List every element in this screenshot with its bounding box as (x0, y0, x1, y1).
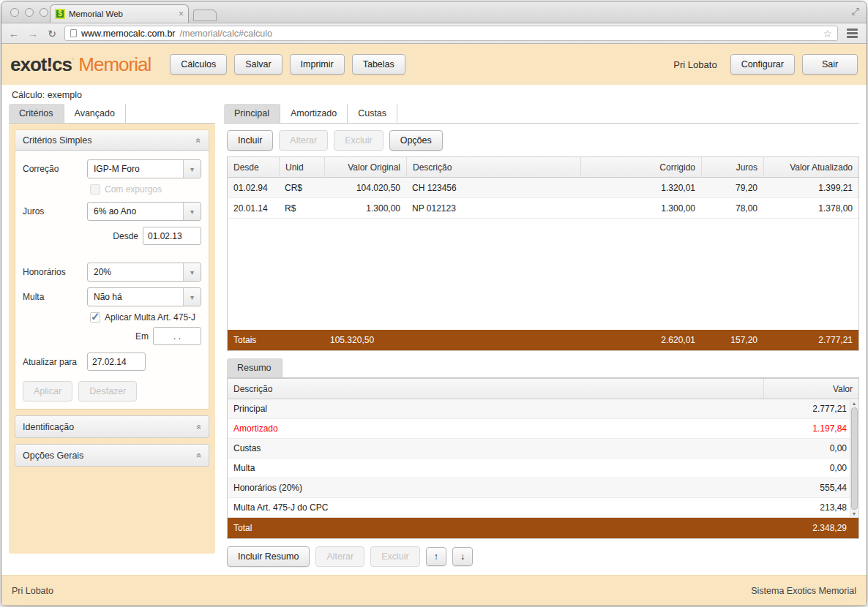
collapse-icon[interactable]: « (194, 137, 204, 143)
expand-icon[interactable]: » (194, 453, 204, 458)
com-expurgos-row: Com expurgos (90, 184, 201, 195)
list-item[interactable]: Amortizado 1.197,84 (228, 419, 858, 439)
chevron-down-icon[interactable]: ▾ (183, 203, 201, 220)
totals-valor-original: 105.320,50 (324, 330, 406, 350)
criterios-simples-header[interactable]: Critérios Simples « (15, 130, 209, 151)
em-input[interactable] (153, 327, 201, 345)
scroll-up-icon[interactable]: ▲ (852, 401, 857, 406)
chevron-down-icon[interactable]: ▾ (183, 263, 201, 281)
incluir-button[interactable]: Incluir (227, 130, 273, 151)
excluir-button[interactable]: Excluir (334, 130, 384, 151)
imprimir-button[interactable]: Imprimir (290, 54, 345, 75)
bookmark-star-icon[interactable]: ☆ (823, 28, 832, 39)
page-icon (70, 29, 77, 37)
com-expurgos-checkbox[interactable] (90, 184, 100, 195)
app-header: exot!cs· Memorial Cálculos Salvar Imprim… (1, 44, 867, 85)
resumo-table: Descrição Valor Principal 2.777,21 Amort… (227, 378, 859, 539)
chrome-menu-icon[interactable] (844, 27, 861, 39)
opcoes-button[interactable]: Opções (389, 130, 443, 151)
tab-resumo[interactable]: Resumo (227, 358, 283, 377)
calculos-button[interactable]: Cálculos (170, 54, 227, 75)
table-row[interactable]: 20.01.14 R$ 1.300,00 NP 012123 1.300,00 … (228, 198, 858, 219)
multa-label: Multa (23, 292, 87, 302)
aplicar-multa-checkbox[interactable] (90, 312, 100, 323)
totals-valor-atualizado: 2.777,21 (763, 330, 858, 350)
calculation-column: Principal Amortizado Custas Incluir Alte… (224, 104, 859, 575)
excluir-resumo-button[interactable]: Excluir (370, 546, 420, 567)
alterar-resumo-button[interactable]: Alterar (315, 546, 364, 567)
tab-principal[interactable]: Principal (224, 104, 280, 123)
list-item[interactable]: Honorários (20%) 555,44 (228, 478, 858, 498)
atualizar-para-label: Atualizar para (23, 357, 87, 367)
alterar-button[interactable]: Alterar (279, 130, 328, 151)
browser-toolbar: ← → ↻ www.memocalc.com.br/memorial/calc#… (1, 23, 867, 44)
multa-select[interactable]: Não há ▾ (87, 287, 201, 306)
incluir-resumo-button[interactable]: Incluir Resumo (227, 546, 310, 567)
com-expurgos-label: Com expurgos (105, 184, 162, 195)
tab-custas[interactable]: Custas (348, 104, 397, 123)
list-item[interactable]: Custas 0,00 (228, 439, 858, 459)
resumo-tabs: Resumo (227, 358, 859, 378)
footer-system-name: Sistema Exotics Memorial (751, 586, 856, 596)
opcoes-gerais-accordion[interactable]: Opções Gerais » (15, 444, 209, 467)
aplicar-multa-row: Aplicar Multa Art. 475-J (90, 312, 201, 323)
em-label: Em (135, 331, 149, 342)
up-arrow-icon: ↑ (434, 551, 438, 562)
move-up-button[interactable]: ↑ (426, 547, 446, 566)
resumo-toolbar: Incluir Resumo Alterar Excluir ↑ ↓ (227, 546, 859, 567)
back-icon[interactable]: ← (7, 28, 20, 39)
chevron-down-icon[interactable]: ▾ (183, 288, 201, 306)
table-empty-area (228, 219, 858, 330)
tab-avancado[interactable]: Avançado (64, 104, 126, 123)
footer-user: Pri Lobato (12, 586, 53, 596)
tab-criterios[interactable]: Critérios (9, 104, 64, 123)
fullscreen-icon[interactable]: ⤢ (852, 6, 859, 18)
refresh-icon[interactable]: ↻ (45, 28, 59, 39)
tabelas-button[interactable]: Tabelas (352, 54, 405, 75)
aplicar-button[interactable]: Aplicar (23, 381, 72, 401)
juros-select[interactable]: 6% ao Ano ▾ (87, 202, 201, 221)
principal-totals-row: Totais 105.320,50 2.620,01 157,20 2.777,… (228, 330, 858, 350)
identificacao-accordion[interactable]: Identificação » (15, 415, 209, 438)
address-bar[interactable]: www.memocalc.com.br/memorial/calc#calcul… (64, 26, 838, 41)
list-item[interactable]: Multa Art. 475-J do CPC 213,48 (228, 498, 858, 518)
configurar-button[interactable]: Configurar (730, 54, 795, 75)
table-row[interactable]: 01.02.94 CR$ 104.020,50 CH 123456 1.320,… (228, 178, 858, 198)
logo-exotics: exot!cs (10, 53, 72, 75)
tab-close-icon[interactable]: × (179, 9, 184, 19)
browser-tab[interactable]: $ Memorial Web × (50, 4, 189, 23)
resumo-total-row: Total 2.348,29 (228, 518, 858, 538)
minimize-window-icon[interactable] (25, 8, 34, 17)
tab-amortizado[interactable]: Amortizado (280, 104, 348, 123)
move-down-button[interactable]: ↓ (452, 547, 473, 566)
down-arrow-icon: ↓ (460, 551, 465, 562)
desfazer-button[interactable]: Desfazer (78, 381, 137, 401)
principal-table-header: Desde Unid Valor Original Descrição Corr… (228, 157, 858, 178)
criteria-panel-container: Critérios Simples « Correção IGP-M Foro … (9, 124, 215, 554)
scrollbar-thumb[interactable] (851, 407, 858, 510)
salvar-button[interactable]: Salvar (234, 54, 282, 75)
forward-icon[interactable]: → (26, 28, 40, 39)
desde-input[interactable] (143, 227, 201, 245)
scroll-down-icon[interactable]: ▼ (852, 511, 857, 516)
traffic-lights[interactable] (10, 8, 48, 17)
content-area: Critérios Avançado Critérios Simples « C… (1, 104, 867, 575)
atualizar-para-input[interactable] (87, 352, 146, 371)
close-window-icon[interactable] (10, 8, 19, 17)
app-logo: exot!cs· Memorial (10, 53, 151, 76)
resumo-scrollbar[interactable]: ▲ ▼ (850, 400, 858, 517)
list-item[interactable]: Principal 2.777,21 (228, 399, 858, 419)
zoom-window-icon[interactable] (40, 8, 48, 17)
criterios-simples-body: Correção IGP-M Foro ▾ Com expurgos (15, 151, 209, 409)
criterios-simples-title: Critérios Simples (23, 135, 91, 146)
sair-button[interactable]: Sair (802, 54, 858, 75)
honorarios-select[interactable]: 20% ▾ (87, 263, 201, 282)
new-tab-button[interactable] (193, 10, 217, 21)
correcao-select[interactable]: IGP-M Foro ▾ (87, 159, 201, 178)
chevron-down-icon[interactable]: ▾ (183, 160, 201, 178)
memorial-app: exot!cs· Memorial Cálculos Salvar Imprim… (1, 44, 867, 606)
expand-icon[interactable]: » (194, 424, 204, 429)
list-item[interactable]: Multa 0,00 (228, 459, 858, 478)
browser-window: $ Memorial Web × ⤢ ← → ↻ www.memocalc.co… (1, 1, 867, 606)
logo-trademark: · (72, 53, 74, 64)
